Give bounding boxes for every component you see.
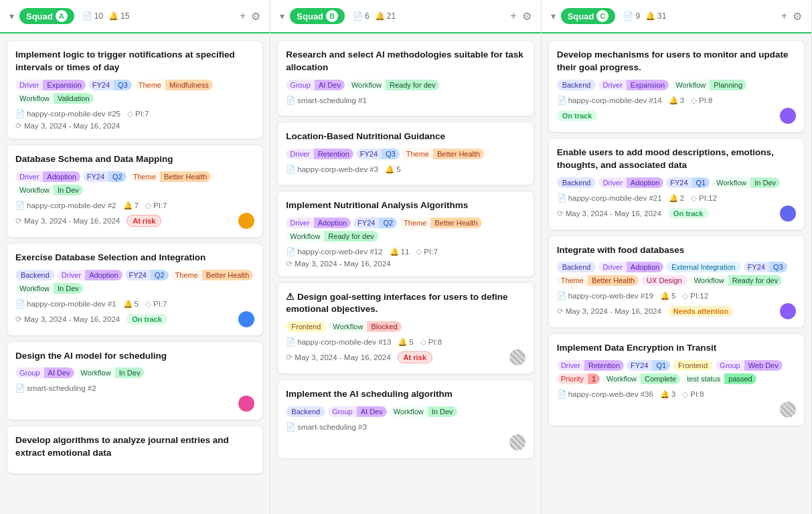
card-meta-row2: ⟳ May 3, 2024 - May 16, 2024On track	[557, 205, 796, 222]
tag-label: Workflow	[15, 185, 54, 195]
card-tasks: 🔔 5	[123, 299, 139, 309]
tag-label: FY24	[125, 270, 151, 280]
tag-value: Q1	[692, 177, 710, 188]
header-actions: +⚙	[781, 10, 802, 23]
tag-value: Planning	[710, 80, 746, 90]
card-meta-row2	[15, 396, 254, 412]
tag-label: Driver	[15, 80, 43, 90]
tag-value: Adoption	[43, 171, 80, 182]
card[interactable]: Implement logic to trigger notifications…	[7, 40, 263, 139]
tag-value: Ready for dev	[728, 275, 782, 286]
card-title: Implement Data Encryption in Transit	[557, 342, 796, 355]
tag-label: FY24	[353, 218, 379, 228]
card-meta-row2: ⟳ May 3, 2024 - May 16, 2024On track	[15, 311, 254, 327]
tag: DriverAdoption	[286, 218, 351, 228]
tag-label: Group	[15, 367, 44, 378]
tag-label: Workflow	[690, 275, 728, 286]
card-title: Implement the AI scheduling algorithm	[286, 388, 525, 401]
tag: UX Design	[641, 275, 687, 286]
avatar	[238, 311, 254, 327]
task-count: 🔔 21	[375, 11, 396, 21]
squad-badge: SquadC	[561, 8, 616, 24]
tag-label: Driver	[557, 360, 584, 371]
tag-value: Validation	[54, 93, 94, 104]
tag-single: Backend	[557, 80, 596, 90]
card-tags: BackendGroupAI DevWorkflowIn Dev	[286, 406, 525, 417]
card-repo: 📄 smart-scheduling #2	[15, 383, 96, 393]
card[interactable]: ⚠ Design goal-setting interfaces for use…	[277, 282, 534, 375]
card-repo: 📄 smart-scheduling #1	[286, 96, 367, 105]
card-tags: FrontendWorkflowBlocked	[286, 321, 525, 332]
card[interactable]: Design the AI model for schedulingGroupA…	[7, 341, 263, 421]
card-tags: GroupAI DevWorkflowIn Dev	[15, 367, 254, 378]
card[interactable]: Database Schema and Data MappingDriverAd…	[7, 145, 263, 238]
header-meta: 📄 10🔔 15	[82, 11, 130, 21]
column-header: ▾SquadA📄 10🔔 15+⚙	[0, 0, 270, 33]
tag-value: Retention	[314, 149, 353, 159]
card[interactable]: Enable users to add mood descriptions, e…	[548, 138, 805, 230]
tag: WorkflowIn Dev	[15, 283, 83, 294]
card-pi: ◇ PI:12	[691, 193, 717, 203]
tag: DriverExpansion	[598, 80, 669, 90]
tag-label: FY24	[744, 262, 769, 272]
tag-value: Better Health	[202, 270, 253, 280]
card[interactable]: Implement Data Encryption in TransitDriv…	[548, 333, 805, 426]
card[interactable]: Implement the AI scheduling algorithmBac…	[277, 379, 534, 459]
card[interactable]: Research and select AI methodologies sui…	[277, 40, 534, 116]
card-tasks: 🔔 7	[123, 201, 139, 210]
tag-single: UX Design	[641, 275, 687, 286]
tag-value: AI Dev	[44, 367, 74, 378]
card-tags: BackendDriverExpansionWorkflowPlanning	[557, 80, 796, 90]
tag-label: Workflow	[77, 367, 115, 378]
card[interactable]: Location-Based Nutritional GuidanceDrive…	[277, 122, 534, 185]
settings-icon[interactable]: ⚙	[251, 10, 260, 23]
squad-badge: SquadB	[290, 8, 345, 24]
tag: ThemeBetter Health	[557, 275, 639, 286]
add-icon[interactable]: +	[781, 10, 787, 23]
tag: GroupAI Dev	[328, 406, 387, 417]
tag: FY24Q3	[744, 262, 787, 272]
tag-label: Workflow	[347, 80, 386, 90]
tag-label: Priority	[557, 373, 588, 384]
add-icon[interactable]: +	[510, 10, 516, 23]
tag-value: Adoption	[627, 262, 663, 272]
collapse-icon[interactable]: ▾	[9, 11, 14, 21]
avatar	[780, 303, 796, 319]
card-meta-row: 📄 happy-corp-mobile-dev #25◇ PI:7	[15, 109, 254, 118]
doc-count: 📄 10	[82, 11, 103, 21]
tag-label: Group	[286, 80, 315, 90]
card[interactable]: Exercise Database Selection and Integrat…	[7, 243, 263, 336]
card-meta-row2: ⟳ May 3, 2024 - May 16, 2024At risk	[15, 213, 254, 229]
tag-value: Q2	[108, 171, 127, 182]
card-pi: ◇ PI:7	[145, 201, 167, 210]
card[interactable]: Develop algorithms to analyze journal en…	[7, 426, 263, 474]
tag: DriverAdoption	[58, 270, 123, 280]
card-tasks: 🔔 2	[669, 193, 684, 203]
tag-label: Theme	[557, 275, 588, 286]
tag-value: Q2	[379, 218, 397, 228]
collapse-icon[interactable]: ▾	[551, 11, 556, 21]
tag-value: Q1	[652, 360, 670, 371]
squad-letter: A	[56, 10, 68, 22]
card[interactable]: Develop mechanisms for users to monitor …	[548, 40, 805, 133]
settings-icon[interactable]: ⚙	[522, 10, 532, 23]
squad-label: Squad	[297, 11, 323, 21]
squad-label: Squad	[568, 11, 594, 21]
settings-icon[interactable]: ⚙	[793, 10, 802, 23]
card[interactable]: Implement Nutritional Analysis Algorithm…	[277, 191, 534, 277]
tag-value: Q2	[151, 270, 169, 280]
card-meta-row: 📄 smart-scheduling #2	[15, 383, 254, 393]
card-status-badge: Needs attention	[668, 306, 734, 317]
tag: ThemeBetter Health	[400, 218, 481, 228]
card-date: ⟳ May 3, 2024 - May 16, 2024	[15, 315, 120, 324]
card-tasks: 🔔 11	[390, 247, 410, 256]
card-title: Implement logic to trigger notifications…	[15, 49, 254, 74]
collapse-icon[interactable]: ▾	[280, 11, 285, 21]
add-icon[interactable]: +	[240, 10, 246, 23]
tag: WorkflowReady for dev	[690, 275, 783, 286]
tag-single: Frontend	[286, 321, 326, 332]
tag-value: Better Health	[588, 275, 639, 286]
squad-letter: C	[596, 10, 608, 22]
card[interactable]: Integrate with food databasesBackendDriv…	[548, 236, 805, 329]
tag-value: Mindfulness	[165, 80, 213, 90]
